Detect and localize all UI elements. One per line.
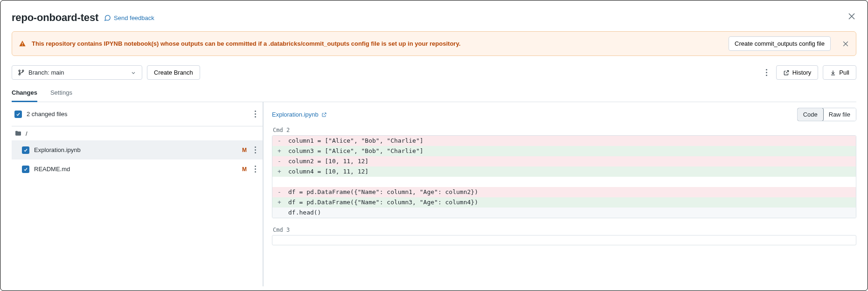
history-button[interactable]: History [776,65,818,80]
close-icon[interactable] [847,12,856,21]
diff-line: -column1 = ["Alice", "Bob", "Charlie"] [272,136,856,146]
svg-point-2 [19,70,20,71]
tab-settings[interactable]: Settings [50,89,72,102]
create-config-button[interactable]: Create commit_outputs config file [729,36,831,51]
file-checkbox[interactable] [22,146,29,154]
diff-mode-code[interactable]: Code [797,108,824,121]
open-file-link[interactable]: Exploration.ipynb [272,111,327,118]
diff-block-empty [272,235,856,245]
chevron-down-icon [131,70,136,76]
changes-summary: 2 changed files [27,111,67,118]
open-file-label: Exploration.ipynb [272,111,319,118]
diff-line: df.head() [272,208,856,218]
tree-root[interactable]: / [12,126,263,140]
diff-line [272,177,856,187]
diff-line: +column4 = [10, 11, 12] [272,166,856,177]
send-feedback-link[interactable]: Send feedback [104,14,154,21]
speech-bubble-icon [104,14,111,21]
file-checkbox[interactable] [22,166,29,173]
svg-rect-0 [22,42,22,44]
status-badge: M [242,147,247,153]
diff-line: -df = pd.DataFrame({"Name": column1, "Ag… [272,187,856,197]
diff-block: -column1 = ["Alice", "Bob", "Charlie"]+c… [272,135,856,218]
file-name: README.md [34,166,242,173]
svg-rect-1 [22,45,22,45]
changes-more-button[interactable] [250,108,260,120]
pull-arrow-icon [830,69,836,76]
banner-text: This repository contains IPYNB notebook(… [32,40,460,47]
diff-mode-raw[interactable]: Raw file [823,108,856,121]
feedback-label: Send feedback [114,14,154,21]
external-link-icon [783,69,790,76]
svg-point-4 [22,70,24,71]
cell-label: Cmd 2 [273,127,856,133]
create-branch-button[interactable]: Create Branch [147,65,200,80]
status-badge: M [242,166,247,173]
branch-label: Branch: main [28,69,64,76]
banner-close-icon[interactable] [842,40,849,48]
history-label: History [792,69,811,76]
branch-selector[interactable]: Branch: main [12,65,142,80]
page-title: repo-onboard-test [12,12,98,24]
file-name: Exploration.ipynb [34,146,242,153]
folder-icon [14,130,22,137]
file-more-button[interactable] [250,144,260,156]
tab-changes[interactable]: Changes [12,89,37,102]
diff-line: +column3 = ["Alice", "Bob", "Charlie"] [272,146,856,156]
cell-label: Cmd 3 [273,227,856,233]
more-actions-button[interactable] [762,66,771,79]
file-row-exploration[interactable]: Exploration.ipynb M [12,140,263,159]
tree-root-label: / [26,130,260,137]
file-row-readme[interactable]: README.md M [12,159,263,179]
svg-point-3 [19,74,20,75]
file-more-button[interactable] [250,163,260,175]
pull-button[interactable]: Pull [823,65,856,80]
warning-icon [19,40,26,48]
branch-icon [18,69,25,76]
pull-label: Pull [839,69,849,76]
select-all-checkbox[interactable] [14,111,22,118]
warning-banner: This repository contains IPYNB notebook(… [12,31,856,56]
external-link-icon [321,112,327,118]
diff-line: +df = pd.DataFrame({"Name": column3, "Ag… [272,197,856,208]
diff-line: -column2 = [10, 11, 12] [272,156,856,166]
